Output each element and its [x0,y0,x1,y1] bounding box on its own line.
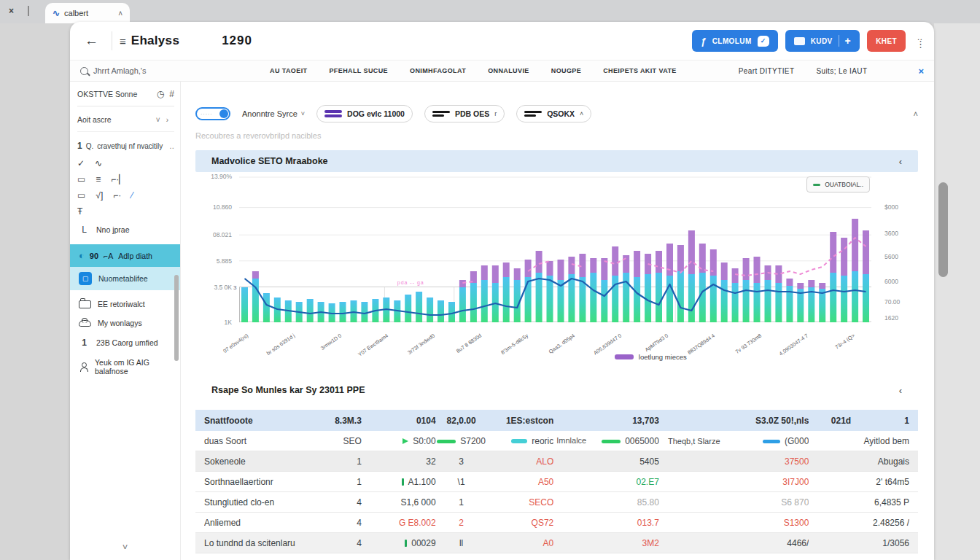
nav-item[interactable]: CHEIPETS AKIT VATE [603,67,677,74]
sidebar-item-pages[interactable]: L Nno jprae [77,219,174,240]
chart-legend-dropdown[interactable]: OUATBOIAL.. [806,176,870,192]
table-row[interactable]: Sokeneole1323ALO540537500Abugais [195,451,918,472]
sidebar-item-label: 23B Caorg umfied [96,338,158,347]
browser-tab[interactable]: ∿ calbert ˄ [45,3,130,23]
sidebar-select[interactable]: Aoit ascre ˅ › [77,106,174,132]
table-row[interactable]: Sorthnaellaertionr1A1.100\1A5002.E73I7J0… [195,472,918,492]
clock-icon[interactable]: ◷ [157,89,164,99]
sidebar-expand-icon[interactable]: ˅ [122,542,128,553]
app-title: Ehalyss [131,34,179,48]
collapse-left-icon[interactable]: ‹ [899,385,902,396]
table-row[interactable]: duas SoortSEOS0:00S7200reoricImnlalce006… [195,431,918,451]
cell-value: reoric [532,436,553,446]
bracket-cursor-icon[interactable]: ⌐·▏ [111,174,125,184]
sidebar-item-active[interactable]: ◐ 90 ⌐A Adlp diath [70,244,180,267]
table-row[interactable]: Stunglutied clo-en4S1,6 0001SECO85.80S6 … [195,492,918,513]
lines-icon[interactable]: ≡ [96,174,101,184]
table-cell: A1.100 [369,477,436,487]
table-cell: 13,703 [553,416,659,426]
menu-lines-icon[interactable]: ≡ [120,35,126,47]
filter-chip-lines[interactable]: PDB OES r [424,105,505,122]
sidebar-item-label: My wonlagys [98,319,142,327]
l-bracket-icon: L [79,225,90,235]
cell-value: 4 [357,518,362,528]
chevron-right-icon[interactable]: › [166,116,168,124]
screen: × ∿ calbert ˄ ← ≡ Ehalyss 1290 ƒ CLMOLUM… [0,0,980,560]
query-q-icon: Q. [86,142,94,150]
y-tick-left: 08.021 [213,231,232,238]
cell-value: A50 [538,477,553,487]
nav-item[interactable]: Peart DITYTIET [739,67,795,75]
sidebar-scrollbar-thumb[interactable] [174,275,179,361]
table-row[interactable]: Snattfooote8.3M.3010482,0.001ES:estcon13… [195,410,918,431]
wave-icon[interactable]: ∿ [95,158,102,168]
overflow-menu[interactable]: ‥ ⋮ [916,34,925,47]
page-scrollbar-thumb[interactable] [938,182,948,277]
rect-icon[interactable]: ▭ [77,174,85,184]
source-dropdown[interactable]: Anonntre Syrce ˅ [242,109,305,118]
filter-chip-qsokx[interactable]: QSOKX ˄ [516,105,591,122]
check-bracket-icon[interactable]: √] [96,190,103,201]
hook-icon[interactable]: Ŧ [77,206,82,217]
pen-icon[interactable]: ⁄ [131,190,133,201]
table-cell: A0 [486,538,553,548]
collapse-left-icon[interactable]: ‹ [899,156,902,167]
table-row[interactable]: Anliemed4G E8.0022QS72013.7S13002.48256 … [195,513,918,533]
collapse-up-icon[interactable]: ˄ [914,109,918,118]
cell-value: 1 [904,416,909,426]
nav-close-icon[interactable]: × [918,66,924,77]
nav-item[interactable]: AU TAOEIT [270,67,307,74]
sidebar-query-row[interactable]: 1 Q. cravethuj nf nvacitily ‥ [77,132,174,155]
table-row[interactable]: Lo tundnd da scitenlaru400029llA03M24466… [195,533,918,553]
sidebar-item[interactable]: Yeuk om IG AIG balafnose [77,353,174,381]
search-input[interactable]: Jhrrt Amlagh,'s [80,66,248,75]
check-icon[interactable]: ✓ [77,158,85,168]
tab-caret-icon[interactable]: ˄ [118,9,122,18]
sidebar-item-active-secondary[interactable]: ▢ Nuometablifee [70,267,180,290]
grid-icon[interactable]: # [169,89,174,99]
table-cell: 1ES:estcon [486,416,553,426]
table-section-header[interactable]: Rsape So Munles kar Sy 23011 PPE ‹ [195,379,918,401]
table-cell: 85.80 [553,497,659,508]
square-icon[interactable]: ▭ [77,190,85,201]
filter-bar: ····· Anonntre Syrce ˅ DOG evlc 11000 PD… [195,104,918,124]
y-tick-left: 1K [225,319,232,326]
nav-item[interactable]: Suits; Le IAUT [816,67,867,75]
x-axis-labels: 07 e0sv4(rs)br s0s 6391d j3rmw1D 0Y07 Ew… [239,325,871,354]
cell-value: 3 [459,456,464,467]
sidebar-item[interactable]: My wonlagys [77,314,174,332]
cell-value: Stunglutied clo-en [204,497,274,508]
y-tick-right: $000 [884,203,898,211]
filter-chip-purple[interactable]: DOG evlc 11000 [316,105,413,122]
nav-item[interactable]: ONNALUVIE [488,67,529,74]
back-arrow-icon[interactable]: ← [79,33,104,49]
danger-action-button[interactable]: KHET [867,30,906,52]
cell-value: 2.48256 / [873,518,909,528]
table-cell: reoric [486,436,553,446]
window-close-icon[interactable]: × [9,6,14,16]
cell-value: 0104 [416,416,436,426]
chart-plot: 3 pda -- ga [239,176,871,322]
nav-item[interactable]: ONIMHFAGOLAT [410,67,466,74]
more-dots-icon[interactable]: ‥ [169,142,174,150]
cell-value: 37500 [785,456,809,467]
y-tick-right: 70.00 [884,298,900,306]
sidebar-item[interactable]: EE retoriwalct [77,295,174,314]
nav-item[interactable]: PFEHALL SUCUE [329,67,388,74]
cell-value: Ayitlod bem [864,436,909,446]
cell-value: 8.3M.3 [335,416,362,426]
primary-action-button[interactable]: ƒ CLMOLUM ✓ [692,30,778,52]
secondary-action-button[interactable]: KUDV + [785,30,860,52]
sidebar-header: OKSTTVE Sonne ◷ # [77,89,174,106]
cell-value: Anliemed [204,518,241,528]
table-cell: 013.7 [553,518,659,528]
nav-item[interactable]: NOUGPE [551,67,581,74]
bracket-e-icon[interactable]: ⌐· [113,190,121,201]
chart-section-header[interactable]: Madvolice SETO Mraaboke ‹ [195,150,918,172]
sidebar-item[interactable]: 123B Caorg umfied [77,332,174,353]
view-toggle[interactable]: ····· [195,107,230,120]
dots-vertical-icon: ⋮ [916,41,925,47]
table-cell: 4 [327,518,369,528]
plus-icon[interactable]: + [845,35,852,47]
header-divider [112,31,112,50]
